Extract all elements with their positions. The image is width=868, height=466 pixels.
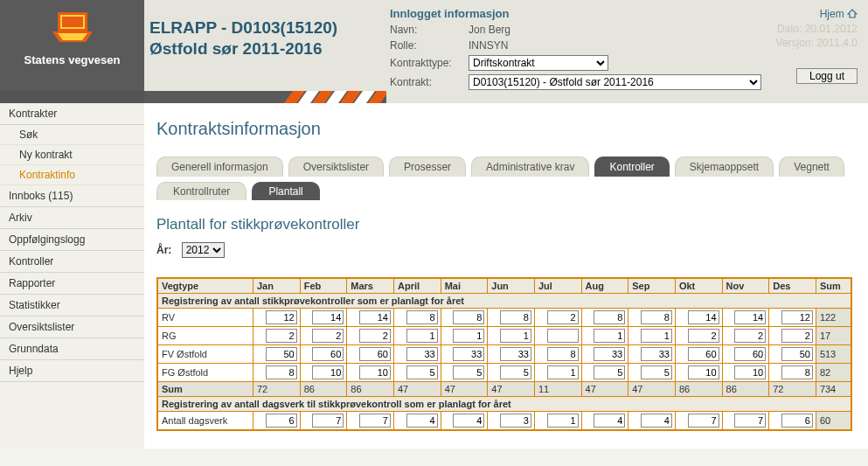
col-sep: Sep bbox=[628, 279, 676, 294]
value-input[interactable] bbox=[406, 414, 438, 428]
value-input[interactable] bbox=[734, 310, 766, 324]
value-input[interactable] bbox=[641, 310, 672, 324]
sidebar-item-ny-kontrakt[interactable]: Ny kontrakt bbox=[0, 145, 144, 165]
value-input[interactable] bbox=[734, 347, 766, 361]
value-input[interactable] bbox=[688, 365, 719, 379]
value-input[interactable] bbox=[734, 365, 766, 379]
sidebar-item-sok[interactable]: Søk bbox=[0, 125, 144, 145]
value-input[interactable] bbox=[500, 347, 531, 361]
value-input[interactable] bbox=[359, 365, 391, 379]
sidebar-item-oversiktslister[interactable]: Oversiktslister bbox=[0, 316, 144, 338]
tab-oversiktslister[interactable]: Oversiktslister bbox=[288, 156, 384, 177]
tab-generell-informasjon[interactable]: Generell informasjon bbox=[156, 156, 283, 177]
value-input[interactable] bbox=[500, 414, 531, 428]
subtab-kontrollruter[interactable]: Kontrollruter bbox=[156, 182, 247, 200]
sum-cell: 72 bbox=[769, 382, 816, 397]
value-input[interactable] bbox=[688, 414, 719, 428]
value-input[interactable] bbox=[359, 310, 391, 324]
value-input[interactable] bbox=[406, 329, 438, 343]
value-input[interactable] bbox=[359, 329, 391, 343]
value-input[interactable] bbox=[594, 347, 625, 361]
value-input[interactable] bbox=[359, 347, 391, 361]
value-input[interactable] bbox=[781, 414, 813, 428]
sidebar-item-statistikker[interactable]: Statistikker bbox=[0, 295, 144, 316]
tab-vegnett[interactable]: Vegnett bbox=[779, 156, 844, 177]
sidebar-item-rapporter[interactable]: Rapporter bbox=[0, 273, 144, 295]
value-input[interactable] bbox=[312, 347, 344, 361]
value-input[interactable] bbox=[406, 365, 438, 379]
home-link[interactable]: Hjem bbox=[820, 8, 858, 20]
plantall-table-wrap: Registrering av antall stikkprøvekontrol… bbox=[156, 277, 852, 431]
section2-header-row: Registrering av antall dagsverk til stik… bbox=[158, 397, 851, 412]
value-input[interactable] bbox=[406, 310, 438, 324]
value-input[interactable] bbox=[266, 365, 297, 379]
value-input[interactable] bbox=[781, 310, 813, 324]
value-input[interactable] bbox=[500, 365, 531, 379]
sidebar-item-arkiv[interactable]: Arkiv bbox=[0, 207, 144, 229]
value-input[interactable] bbox=[453, 365, 484, 379]
brand-logo-icon bbox=[0, 10, 144, 48]
sum-cell: 86 bbox=[347, 382, 394, 397]
value-input[interactable] bbox=[312, 365, 344, 379]
sidebar-item-innboks[interactable]: Innboks (115) bbox=[0, 185, 144, 207]
value-input[interactable] bbox=[734, 414, 766, 428]
value-input[interactable] bbox=[594, 365, 625, 379]
value-input[interactable] bbox=[500, 310, 531, 324]
sidebar-item-hjelp[interactable]: Hjelp bbox=[0, 360, 144, 382]
tab-kontroller[interactable]: Kontroller bbox=[594, 156, 669, 177]
value-input[interactable] bbox=[266, 414, 297, 428]
value-input[interactable] bbox=[781, 329, 813, 343]
value-input[interactable] bbox=[453, 329, 484, 343]
subtab-plantall[interactable]: Plantall bbox=[252, 182, 319, 200]
value-input[interactable] bbox=[547, 329, 579, 343]
value-input[interactable] bbox=[594, 329, 625, 343]
sum-cell: 11 bbox=[534, 382, 581, 397]
sidebar-item-grunndata[interactable]: Grunndata bbox=[0, 338, 144, 360]
tab-skjemaoppsett[interactable]: Skjemaoppsett bbox=[675, 156, 774, 177]
value-input[interactable] bbox=[406, 347, 438, 361]
dagsverk-row-label: Antall dagsverk bbox=[158, 412, 253, 430]
value-input[interactable] bbox=[641, 414, 672, 428]
value-input[interactable] bbox=[547, 347, 579, 361]
value-input[interactable] bbox=[359, 414, 391, 428]
app-title-line2: Østfold sør 2011-2016 bbox=[149, 38, 372, 59]
top-right-box: Hjem Dato: 20.01.2012 Versjon: 2011.4.0 bbox=[776, 7, 858, 50]
sidebar-item-oppfolgingslogg[interactable]: Oppfølgingslogg bbox=[0, 229, 144, 251]
value-input[interactable] bbox=[547, 414, 579, 428]
value-input[interactable] bbox=[266, 347, 297, 361]
value-input[interactable] bbox=[688, 310, 719, 324]
value-input[interactable] bbox=[312, 329, 344, 343]
value-input[interactable] bbox=[500, 329, 531, 343]
sidebar-item-kontrakter[interactable]: Kontrakter bbox=[0, 103, 144, 125]
value-input[interactable] bbox=[781, 347, 813, 361]
value-input[interactable] bbox=[453, 414, 484, 428]
value-input[interactable] bbox=[312, 310, 344, 324]
value-input[interactable] bbox=[547, 365, 579, 379]
sidebar-item-kontroller[interactable]: Kontroller bbox=[0, 251, 144, 273]
value-input[interactable] bbox=[688, 347, 719, 361]
tab-administrative-krav[interactable]: Administrative krav bbox=[471, 156, 589, 177]
value-input[interactable] bbox=[547, 310, 579, 324]
value-input[interactable] bbox=[453, 310, 484, 324]
app-title-line1: ELRAPP - D0103(15120) bbox=[149, 17, 372, 38]
value-input[interactable] bbox=[641, 347, 672, 361]
row-sum: 513 bbox=[816, 345, 851, 364]
value-input[interactable] bbox=[688, 329, 719, 343]
year-select[interactable]: 2012 bbox=[182, 242, 225, 258]
logout-button[interactable]: Logg ut bbox=[796, 68, 858, 84]
contracttype-select[interactable]: Driftskontrakt bbox=[469, 55, 608, 71]
value-input[interactable] bbox=[641, 365, 672, 379]
value-input[interactable] bbox=[594, 310, 625, 324]
value-input[interactable] bbox=[781, 365, 813, 379]
value-input[interactable] bbox=[594, 414, 625, 428]
value-input[interactable] bbox=[453, 347, 484, 361]
value-input[interactable] bbox=[734, 329, 766, 343]
value-input[interactable] bbox=[266, 329, 297, 343]
value-input[interactable] bbox=[266, 310, 297, 324]
decorative-stripe bbox=[0, 91, 868, 103]
sidebar-item-kontraktinfo[interactable]: Kontraktinfo bbox=[0, 165, 144, 185]
value-input[interactable] bbox=[641, 329, 672, 343]
contract-select[interactable]: D0103(15120) - Østfold sør 2011-2016 bbox=[469, 74, 761, 90]
tab-prosesser[interactable]: Prosesser bbox=[389, 156, 466, 177]
value-input[interactable] bbox=[312, 414, 344, 428]
